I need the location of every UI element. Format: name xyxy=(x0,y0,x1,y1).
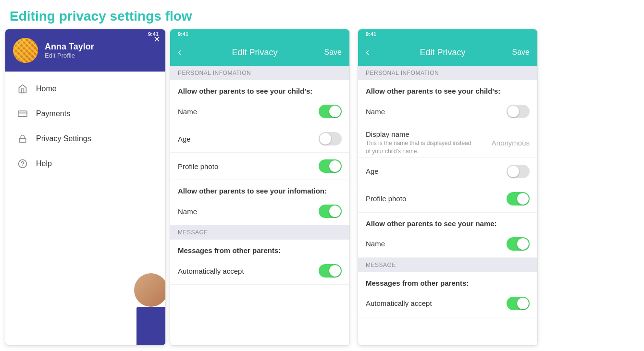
screen1-title: Edit Privacy xyxy=(185,48,324,58)
screen1-header: ‹ Edit Privacy Save xyxy=(170,39,349,66)
nav-bottom-rect xyxy=(136,307,165,345)
screen2-auto-accept-label: Automatically accept xyxy=(366,299,432,307)
screen1-auto-accept-toggle[interactable] xyxy=(319,264,342,278)
screen2-photo-toggle[interactable] xyxy=(507,192,530,206)
screen2-your-name-toggle-knob xyxy=(517,238,529,250)
screen1-back-button[interactable]: ‹ xyxy=(178,46,181,59)
avatar-large xyxy=(134,273,166,307)
nav-privacy-label: Privacy Settings xyxy=(36,134,91,143)
main-container: 9:41 ✕ Anna Taylor Edit Profile Home xyxy=(0,29,644,346)
screen2-your-name-toggle[interactable] xyxy=(507,237,530,251)
screen2-anonymous-label-block: Display name This is the name that is di… xyxy=(366,130,492,156)
nav-payments-label: Payments xyxy=(36,109,70,118)
screen2-title: Edit Privacy xyxy=(373,48,512,58)
screen2-name-toggle[interactable] xyxy=(507,105,530,118)
screen1-your-name-toggle-knob xyxy=(329,206,341,217)
home-icon xyxy=(17,83,28,95)
screen2-time: 9:41 xyxy=(366,31,376,37)
screen1: 9:41 ‹ Edit Privacy Save PERSONAL INFOMA… xyxy=(170,29,350,346)
screen2-display-name-label: Display name xyxy=(366,130,492,138)
screen2-your-name-section-label: Allow other parents to see your name: xyxy=(358,213,537,230)
screen2-photo-toggle-knob xyxy=(517,193,529,205)
screen2-auto-accept-toggle[interactable] xyxy=(507,297,530,310)
screen2-name-label: Name xyxy=(366,108,385,116)
screen2-section-message: MESSAGE xyxy=(358,258,537,272)
screen1-auto-accept-label: Automatically accept xyxy=(178,267,244,275)
page-title: Editing privacy settings flow xyxy=(0,0,644,29)
screen2-age-toggle[interactable] xyxy=(507,165,530,178)
screen2-save-button[interactable]: Save xyxy=(512,48,530,57)
sidebar-nav: Home Payments Privacy Se xyxy=(5,72,165,181)
screen1-row-photo-child: Profile photo xyxy=(170,153,349,180)
screen2-your-name-label: Name xyxy=(366,240,385,248)
screen2-display-name-sub: This is the name that is displayed inste… xyxy=(366,139,471,156)
screen2-row-name-you: Name xyxy=(358,230,537,258)
screen1-save-button[interactable]: Save xyxy=(324,48,342,57)
screen2-row-name-child: Name xyxy=(358,98,537,125)
screen2-section-personal: PERSONAL INFOMATION xyxy=(358,66,537,80)
screen1-name-toggle-knob xyxy=(329,106,341,117)
svg-rect-0 xyxy=(18,111,27,117)
screen1-section-personal: PERSONAL INFOMATION xyxy=(170,66,349,80)
screen2-name-toggle-knob xyxy=(508,106,519,117)
sidebar-item-home[interactable]: Home xyxy=(5,76,165,101)
screen2-childs-label: Allow other parents to see your child's: xyxy=(358,80,537,98)
user-name: Anna Taylor xyxy=(45,42,94,52)
screen1-status-bar: 9:41 xyxy=(170,29,349,39)
screen1-row-name-you: Name xyxy=(170,198,349,225)
screen2-row-age-child: Age xyxy=(358,158,537,185)
screen2-status-bar: 9:41 xyxy=(358,29,537,39)
avatar-preview-area xyxy=(127,283,165,345)
screen2-photo-label: Profile photo xyxy=(366,194,406,203)
screen1-childs-label: Allow other parents to see your child's: xyxy=(170,80,349,98)
screen1-photo-label: Profile photo xyxy=(178,162,218,170)
avatar-large-fill xyxy=(134,273,166,307)
close-button-sidebar[interactable]: ✕ xyxy=(153,34,161,45)
screen1-photo-toggle-knob xyxy=(329,160,341,172)
screen1-row-auto-accept: Automatically accept xyxy=(170,257,349,285)
screen1-name-toggle[interactable] xyxy=(319,105,342,118)
screen1-row-name-child: Name xyxy=(170,98,349,125)
sidebar-header: 9:41 ✕ Anna Taylor Edit Profile xyxy=(5,29,165,72)
screen1-age-toggle-knob xyxy=(320,133,331,145)
screen1-name-label: Name xyxy=(178,108,197,116)
screen2-back-button[interactable]: ‹ xyxy=(366,46,369,59)
screen2-age-label: Age xyxy=(366,167,379,175)
lock-icon xyxy=(17,133,28,145)
sidebar-panel: 9:41 ✕ Anna Taylor Edit Profile Home xyxy=(5,29,166,346)
sidebar-item-help[interactable]: Help xyxy=(5,151,165,176)
screen1-age-toggle[interactable] xyxy=(319,132,342,145)
sidebar-item-privacy[interactable]: Privacy Settings xyxy=(5,126,165,151)
avatar xyxy=(13,38,38,63)
payments-icon xyxy=(17,108,28,120)
avatar-pattern xyxy=(13,38,38,63)
screen2-header: ‹ Edit Privacy Save xyxy=(358,39,537,66)
user-info: Anna Taylor Edit Profile xyxy=(45,42,94,59)
screen1-your-info-label: Allow other parents to see your infomati… xyxy=(170,180,349,198)
screen1-photo-toggle[interactable] xyxy=(319,159,342,173)
screen1-your-name-toggle[interactable] xyxy=(319,205,342,218)
screen1-row-age-child: Age xyxy=(170,125,349,153)
screen2-anonymous-row: Display name This is the name that is di… xyxy=(358,125,537,158)
nav-home-label: Home xyxy=(36,85,57,93)
screen2-age-toggle-knob xyxy=(508,166,519,177)
screen2-anonymous-value: Anonymous xyxy=(492,139,530,147)
screen2-row-photo-child: Profile photo xyxy=(358,185,537,213)
screen2-auto-accept-toggle-knob xyxy=(517,298,529,309)
screen1-messages-label: Messages from other parents: xyxy=(170,240,349,257)
screen1-your-name-label: Name xyxy=(178,207,197,216)
screen1-section-message: MESSAGE xyxy=(170,225,349,240)
screen1-age-label: Age xyxy=(178,135,191,143)
svg-rect-2 xyxy=(19,138,26,142)
sidebar-item-payments[interactable]: Payments xyxy=(5,101,165,126)
nav-help-label: Help xyxy=(36,159,52,168)
edit-profile-label[interactable]: Edit Profile xyxy=(45,52,94,59)
screen2: 9:41 ‹ Edit Privacy Save PERSONAL INFOMA… xyxy=(358,29,538,346)
help-icon xyxy=(17,158,28,169)
screen1-auto-accept-toggle-knob xyxy=(329,265,341,277)
screen2-row-auto-accept: Automatically accept xyxy=(358,290,537,317)
screen1-time: 9:41 xyxy=(178,31,188,37)
screen2-messages-label: Messages from other parents: xyxy=(358,272,537,290)
